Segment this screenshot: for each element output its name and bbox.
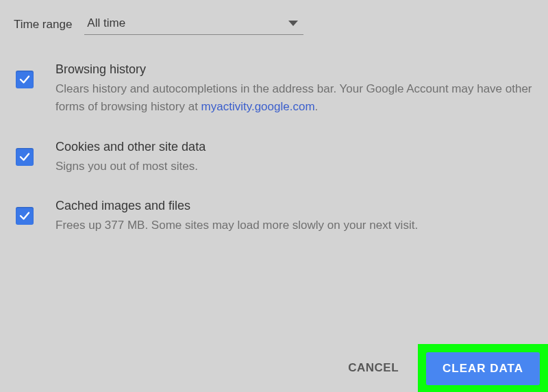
cancel-button[interactable]: CANCEL — [329, 352, 418, 384]
option-browsing-history: Browsing history Clears history and auto… — [16, 62, 540, 117]
time-range-select[interactable]: All time — [84, 14, 303, 35]
option-title: Cached images and files — [55, 199, 540, 213]
highlight-frame: CLEAR DATA — [418, 344, 548, 392]
time-range-row: Time range All time — [0, 0, 548, 35]
option-cache: Cached images and files Frees up 377 MB.… — [16, 199, 540, 234]
option-title: Browsing history — [55, 62, 540, 77]
chevron-down-icon — [288, 21, 298, 26]
check-icon — [18, 210, 31, 222]
activity-link[interactable]: myactivity.google.com — [201, 100, 315, 113]
button-row: CANCEL CLEAR DATA — [329, 344, 548, 392]
checkbox-browsing-history[interactable] — [16, 71, 34, 88]
time-range-label: Time range — [14, 18, 72, 32]
option-cookies: Cookies and other site data Signs you ou… — [16, 140, 540, 175]
time-range-value: All time — [87, 16, 125, 30]
clear-data-button[interactable]: CLEAR DATA — [426, 352, 540, 385]
checkbox-cookies[interactable] — [16, 148, 34, 166]
check-icon — [18, 73, 31, 86]
checkbox-cache[interactable] — [16, 207, 34, 225]
option-description: Signs you out of most sites. — [55, 158, 540, 175]
option-text: Cookies and other site data Signs you ou… — [55, 140, 540, 175]
check-icon — [18, 151, 31, 163]
option-description: Frees up 377 MB. Some sites may load mor… — [55, 217, 540, 234]
option-title: Cookies and other site data — [55, 140, 540, 154]
options-area: Browsing history Clears history and auto… — [0, 35, 548, 234]
option-text: Browsing history Clears history and auto… — [55, 62, 540, 117]
option-description: Clears history and autocompletions in th… — [55, 80, 540, 117]
desc-suffix: . — [315, 100, 319, 113]
option-text: Cached images and files Frees up 377 MB.… — [55, 199, 540, 234]
